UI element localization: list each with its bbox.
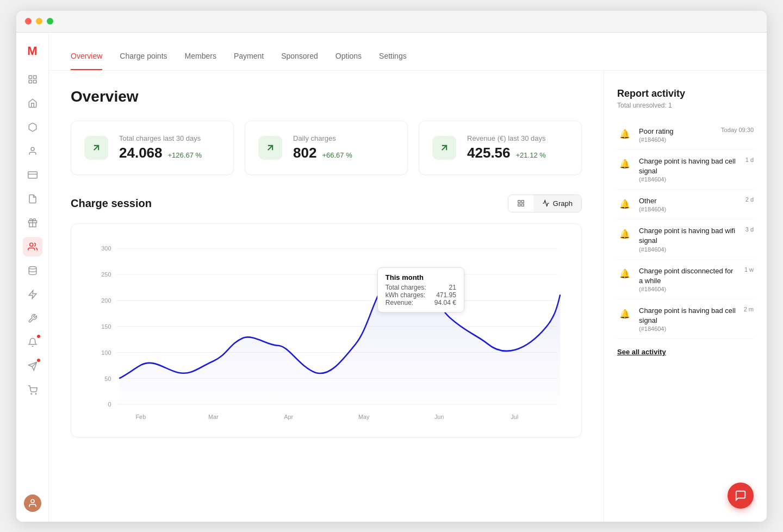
svg-text:0: 0: [108, 401, 111, 408]
stat-card-daily-charges: Daily charges 802 +66.67 %: [245, 121, 408, 175]
sidebar-icon-lightning[interactable]: [23, 285, 42, 304]
svg-line-17: [94, 145, 98, 149]
nav-item-sponsored[interactable]: Sponsored: [281, 43, 318, 70]
stat-value-2: 802: [293, 145, 316, 161]
sidebar-icon-gift[interactable]: [23, 213, 42, 233]
app-body: M: [16, 33, 767, 522]
stat-cards: Total charges last 30 days 24.068 +126.6…: [71, 121, 582, 175]
activity-id-2: (#184604): [639, 206, 739, 212]
svg-rect-0: [29, 76, 32, 78]
activity-title-4: Charge point disconnected for a while: [639, 266, 738, 286]
nav-item-chargepoints[interactable]: Charge points: [120, 43, 167, 70]
stat-change-2: +66.67 %: [322, 151, 352, 159]
svg-marker-11: [29, 290, 36, 298]
chat-button[interactable]: [728, 483, 754, 509]
stat-icon-arrow-3: [432, 136, 456, 160]
view-toggle: Graph: [508, 195, 582, 212]
see-all-link[interactable]: See all activity: [617, 348, 666, 356]
minimize-button[interactable]: [36, 18, 42, 24]
sidebar-icon-user[interactable]: [23, 141, 42, 161]
svg-rect-22: [518, 204, 520, 206]
svg-text:Jul: Jul: [511, 413, 518, 420]
tooltip-row-kwh: kWh charges: 471.95: [386, 291, 456, 299]
nav-item-options[interactable]: Options: [335, 43, 362, 70]
toggle-graph-button[interactable]: Graph: [533, 195, 581, 212]
stat-value-1: 24.068: [119, 145, 163, 161]
sidebar-icon-file[interactable]: [23, 189, 42, 209]
report-subtitle: Total unresolved: 1: [617, 102, 754, 109]
svg-text:200: 200: [101, 297, 111, 303]
svg-text:Apr: Apr: [284, 413, 293, 420]
stat-info-1: Total charges last 30 days 24.068 +126.6…: [119, 134, 202, 161]
maximize-button[interactable]: [47, 18, 53, 24]
activity-time-5: 2 m: [744, 306, 754, 312]
report-title: Report activity: [617, 88, 754, 99]
sidebar: M: [16, 33, 49, 522]
toggle-grid-button[interactable]: [508, 195, 533, 212]
activity-title-5: Charge point is having bad cell signal: [639, 306, 737, 326]
activity-time-4: 1 w: [744, 266, 754, 273]
activity-info-1: Charge point is having bad cell signal (…: [639, 157, 739, 183]
sidebar-icon-bell[interactable]: [23, 333, 42, 352]
activity-title-0: Poor rating: [639, 127, 714, 136]
sidebar-icon-send[interactable]: [23, 356, 42, 376]
nav-item-payment[interactable]: Payment: [234, 43, 264, 70]
sidebar-icon-database[interactable]: [23, 261, 42, 280]
tooltip-revenue-value: 94.04 €: [434, 299, 456, 306]
activity-title-3: Charge point is having bad wifi signal: [639, 226, 739, 246]
sidebar-icon-card[interactable]: [23, 165, 42, 185]
activity-item-0: 🔔 Poor rating (#184604) Today 09:30: [617, 120, 754, 150]
stat-info-3: Revenue (€) last 30 days 425.56 +21.12 %: [467, 134, 546, 161]
activity-id-4: (#184604): [639, 286, 738, 292]
chart-container: 300 250 200 150 100 50 0 Feb Mar Apr May: [71, 223, 582, 437]
activity-id-1: (#184604): [639, 176, 739, 183]
sidebar-icon-box[interactable]: [23, 117, 42, 137]
svg-point-10: [29, 266, 36, 269]
activity-id-3: (#184604): [639, 246, 739, 253]
sidebar-icon-grid[interactable]: [23, 70, 42, 89]
stat-label-3: Revenue (€) last 30 days: [467, 134, 546, 142]
svg-point-16: [31, 499, 34, 503]
svg-rect-1: [33, 76, 36, 78]
activity-title-2: Other: [639, 196, 739, 206]
sidebar-icon-people[interactable]: [23, 237, 42, 256]
activity-info-2: Other (#184604): [639, 196, 739, 212]
top-nav: Overview Charge points Members Payment S…: [49, 33, 767, 71]
activity-info-5: Charge point is having bad cell signal (…: [639, 306, 737, 332]
tooltip-row-charges: Total charges: 21: [386, 284, 456, 291]
svg-line-18: [268, 145, 272, 149]
svg-text:300: 300: [101, 245, 111, 252]
activity-info-0: Poor rating (#184604): [639, 127, 714, 143]
sidebar-icon-wrench[interactable]: [23, 309, 42, 328]
svg-rect-21: [521, 201, 524, 203]
nav-item-overview[interactable]: Overview: [71, 43, 102, 70]
close-button[interactable]: [25, 18, 32, 24]
titlebar: [16, 11, 767, 33]
stat-value-3: 425.56: [467, 145, 511, 161]
svg-text:250: 250: [101, 271, 111, 277]
svg-text:100: 100: [101, 349, 111, 355]
svg-text:150: 150: [101, 323, 111, 329]
sidebar-icon-home[interactable]: [23, 93, 42, 113]
activity-item-4: 🔔 Charge point disconnected for a while …: [617, 260, 754, 299]
nav-item-members[interactable]: Members: [185, 43, 216, 70]
stat-change-3: +21.12 %: [516, 151, 546, 159]
page-title: Overview: [71, 88, 582, 105]
tooltip-revenue-label: Revenue:: [386, 299, 413, 306]
main: Overview Charge points Members Payment S…: [49, 33, 767, 522]
content-area: Overview Total charges last 30 days 24.0…: [49, 71, 767, 522]
activity-item-5: 🔔 Charge point is having bad cell signal…: [617, 299, 754, 339]
stat-value-row-3: 425.56 +21.12 %: [467, 145, 546, 161]
sidebar-icon-avatar[interactable]: [23, 493, 42, 513]
activity-item-3: 🔔 Charge point is having bad wifi signal…: [617, 220, 754, 259]
sidebar-icon-cart[interactable]: [23, 380, 42, 400]
nav-item-settings[interactable]: Settings: [379, 43, 407, 70]
tooltip-title: This month: [386, 273, 456, 281]
activity-time-2: 2 d: [745, 196, 754, 203]
chart-svg: 300 250 200 150 100 50 0 Feb Mar Apr May: [84, 237, 568, 422]
toggle-graph-label: Graph: [553, 199, 573, 208]
stat-label-2: Daily charges: [293, 134, 352, 142]
bell-icon-0: 🔔: [617, 127, 632, 142]
main-content: Overview Total charges last 30 days 24.0…: [49, 71, 604, 522]
logo: M: [23, 41, 42, 61]
